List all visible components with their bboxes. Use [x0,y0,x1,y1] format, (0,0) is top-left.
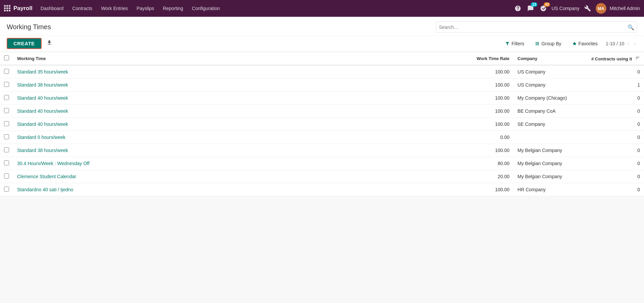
row-checkbox[interactable] [4,121,9,126]
table-row[interactable]: Standard 38 hours/week 100.00 US Company… [0,79,644,92]
row-company: BE Company CoA [513,105,587,118]
row-rate: 100.00 [473,183,513,196]
pagination-info: 1-10 / 10 [606,41,624,46]
row-rate: 100.00 [473,118,513,131]
row-contracts: 0 [587,157,644,170]
row-working-time: Standard 38 hours/week [13,144,473,157]
row-checkbox[interactable] [4,82,9,87]
create-button[interactable]: CREATE [7,38,42,49]
top-navigation: Payroll Dashboard Contracts Work Entries… [0,0,644,17]
row-contracts: 0 [587,144,644,157]
activities-icon-btn[interactable]: 43 [539,4,548,13]
row-checkbox[interactable] [4,134,9,139]
row-working-time: Clemence Student Calendar [13,170,473,183]
row-rate: 0.00 [473,131,513,144]
table-row[interactable]: 30.4 Hours/Week : Wednesday Off 80.00 My… [0,157,644,170]
row-company: My Belgian Company [513,144,587,157]
header-top: Working Times 🔍 [0,17,644,36]
row-checkbox-cell[interactable] [0,131,13,144]
nav-item-payslips[interactable]: Payslips [133,4,158,13]
company-name[interactable]: US Company [551,6,579,11]
table-row[interactable]: Standard 40 hours/week 100.00 SE Company… [0,118,644,131]
row-checkbox-cell[interactable] [0,65,13,79]
table-row[interactable]: Standard 40 hours/week 100.00 My Company… [0,92,644,105]
groupby-button[interactable]: Group By [532,40,564,48]
row-working-time: Standard 38 hours/week [13,79,473,92]
row-checkbox-cell[interactable] [0,170,13,183]
nav-item-configuration[interactable]: Configuration [188,4,224,13]
support-icon-btn[interactable] [513,4,523,13]
nav-menu: Dashboard Contracts Work Entries Payslip… [37,4,512,13]
row-contracts: 0 [587,65,644,79]
row-working-time: Standard 40 hours/week [13,105,473,118]
row-contracts: 1 [587,79,644,92]
user-name[interactable]: Mitchell Admin [610,6,640,11]
header-bottom: CREATE Filters Group By Favorites [0,36,644,52]
row-company: My Belgian Company [513,170,587,183]
table-header-row: Working Time Work Time Rate Company # Co… [0,52,644,65]
row-company: US Company [513,79,587,92]
row-checkbox[interactable] [4,108,9,113]
row-working-time: Standard 35 hours/week [13,65,473,79]
row-checkbox-cell[interactable] [0,144,13,157]
search-bar[interactable]: 🔍 [436,21,637,33]
table-body: Standard 35 hours/week 100.00 US Company… [0,65,644,196]
row-checkbox-cell[interactable] [0,118,13,131]
row-company: My Belgian Company [513,157,587,170]
row-checkbox[interactable] [4,160,9,165]
table-row[interactable]: Standard 38 hours/week 100.00 My Belgian… [0,144,644,157]
nav-item-dashboard[interactable]: Dashboard [37,4,68,13]
wrench-icon-btn[interactable] [583,4,592,13]
filters-button[interactable]: Filters [502,40,527,48]
row-working-time: Standard 40 hours/week [13,92,473,105]
pagination-prev[interactable]: ‹ [626,40,631,47]
col-header-contracts[interactable]: # Contracts using it [587,52,644,65]
filters-label: Filters [511,41,524,46]
row-checkbox-cell[interactable] [0,92,13,105]
row-working-time: Standard 0 hours/week [13,131,473,144]
app-brand[interactable]: Payroll [4,5,33,12]
col-header-company[interactable]: Company [513,52,587,65]
user-avatar[interactable]: MA [596,3,606,14]
row-checkbox-cell[interactable] [0,79,13,92]
col-header-working-time[interactable]: Working Time [13,52,473,65]
download-icon-btn[interactable] [45,38,54,49]
main-layout: Working Times 🔍 CREATE Filters Group By [0,17,644,303]
working-times-table: Working Time Work Time Rate Company # Co… [0,52,644,196]
favorites-label: Favorites [579,41,598,46]
table-row[interactable]: Standard 40 hours/week 100.00 BE Company… [0,105,644,118]
row-checkbox[interactable] [4,95,9,100]
row-checkbox-cell[interactable] [0,157,13,170]
row-contracts: 0 [587,170,644,183]
row-checkbox[interactable] [4,147,9,152]
toolbar-right: Filters Group By Favorites 1-10 / 10 ‹ › [502,40,637,48]
select-all-cell[interactable] [0,52,13,65]
row-rate: 100.00 [473,105,513,118]
page-header-area: Working Times 🔍 CREATE Filters Group By [0,17,644,52]
row-rate: 100.00 [473,79,513,92]
messages-icon-btn[interactable]: 13 [526,4,535,13]
table-container: Working Time Work Time Rate Company # Co… [0,52,644,196]
column-settings-icon[interactable] [635,56,640,61]
nav-item-reporting[interactable]: Reporting [159,4,187,13]
row-checkbox-cell[interactable] [0,105,13,118]
table-row[interactable]: Standard 0 hours/week 0.00 0 [0,131,644,144]
grid-icon [4,5,11,12]
row-checkbox[interactable] [4,187,9,192]
favorites-button[interactable]: Favorites [569,40,601,48]
row-checkbox[interactable] [4,173,9,179]
select-all-checkbox[interactable] [4,55,9,60]
search-input[interactable] [439,24,628,30]
pagination-next[interactable]: › [633,40,637,47]
col-header-rate[interactable]: Work Time Rate [473,52,513,65]
table-row[interactable]: Standard 35 hours/week 100.00 US Company… [0,65,644,79]
nav-item-work-entries[interactable]: Work Entries [97,4,132,13]
row-checkbox-cell[interactable] [0,183,13,196]
table-row[interactable]: Standardno 40 sati / tjedno 100.00 HR Co… [0,183,644,196]
row-company: My Company (Chicago) [513,92,587,105]
row-checkbox[interactable] [4,69,9,74]
activities-badge: 43 [544,2,550,7]
nav-item-contracts[interactable]: Contracts [68,4,96,13]
row-company: SE Company [513,118,587,131]
table-row[interactable]: Clemence Student Calendar 20.00 My Belgi… [0,170,644,183]
